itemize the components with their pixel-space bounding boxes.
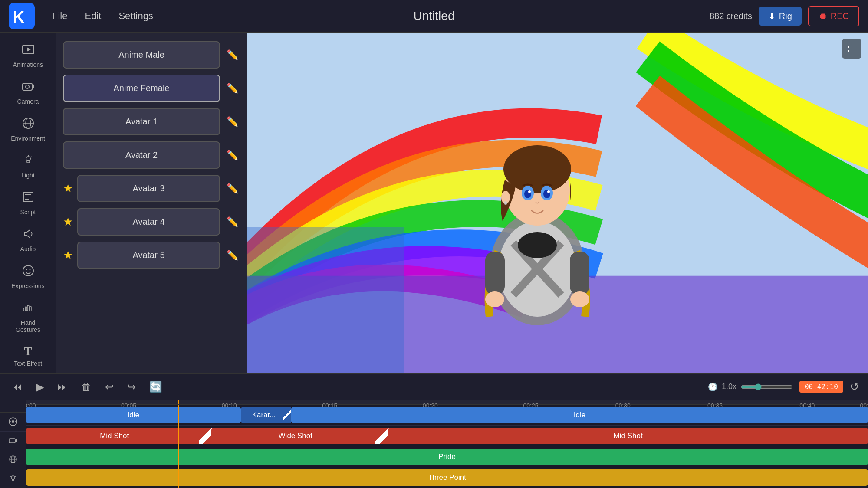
svg-marker-3 <box>27 47 31 52</box>
timeline-track-icons <box>0 400 26 488</box>
svg-rect-63 <box>12 479 14 481</box>
clip-pride[interactable]: Pride <box>26 449 868 465</box>
character-btn-anime-male[interactable]: Anime Male <box>63 41 220 69</box>
sidebar-hand-gestures-label: Hand Gestures <box>10 319 47 333</box>
menu-file[interactable]: File <box>52 10 67 22</box>
timeline-track-animation: Idle Karat... Idle <box>26 405 868 426</box>
timeline-tracks: Idle Karat... Idle <box>26 405 868 488</box>
character-figure <box>446 87 628 338</box>
svg-rect-10 <box>27 161 30 163</box>
rig-button[interactable]: ⬇ Rig <box>759 7 802 26</box>
clip-idle-2-label: Idle <box>574 411 585 419</box>
sidebar-item-text-effect[interactable]: T Text Effect <box>4 341 52 370</box>
sidebar-environment-label: Environment <box>11 135 45 142</box>
clip-idle-2[interactable]: Idle <box>291 407 868 423</box>
character-item-avatar-3: ★ Avatar 3 ✏️ <box>63 175 240 202</box>
sidebar-item-hand-gestures[interactable]: Hand Gestures <box>4 297 52 337</box>
character-btn-anime-female[interactable]: Anime Female <box>63 75 220 102</box>
loop-button[interactable]: 🔄 <box>146 379 166 395</box>
rec-label: REC <box>831 11 849 21</box>
svg-marker-18 <box>25 230 30 238</box>
redo-button[interactable]: ↪ <box>124 379 139 395</box>
char-edit-icon-avatar-4[interactable]: ✏️ <box>224 214 240 230</box>
menu-settings[interactable]: Settings <box>118 10 153 22</box>
sidebar-item-environment[interactable]: Environment <box>4 113 52 145</box>
character-btn-avatar-1[interactable]: Avatar 1 <box>63 108 220 135</box>
menu-edit[interactable]: Edit <box>85 10 101 22</box>
svg-point-62 <box>11 476 15 479</box>
undo-button[interactable]: ↩ <box>102 379 117 395</box>
char-edit-icon-anime-female[interactable]: ✏️ <box>224 81 240 96</box>
svg-point-5 <box>26 85 29 88</box>
char-edit-icon-avatar-5[interactable]: ✏️ <box>224 248 240 263</box>
script-icon <box>21 190 35 207</box>
sidebar-item-expressions[interactable]: Expressions <box>4 260 52 293</box>
svg-line-66 <box>10 476 11 477</box>
char-edit-icon-avatar-3[interactable]: ✏️ <box>224 181 240 197</box>
svg-rect-48 <box>570 252 589 295</box>
speed-control: 🕐 1.0x <box>708 382 793 392</box>
svg-rect-23 <box>27 305 29 311</box>
svg-line-65 <box>15 476 16 477</box>
sidebar-audio-label: Audio <box>20 246 36 252</box>
character-item-anime-male: Anime Male ✏️ <box>63 41 240 69</box>
rec-button[interactable]: ⏺ REC <box>808 6 859 26</box>
sidebar-text-effect-label: Text Effect <box>14 360 42 367</box>
char-edit-icon-avatar-1[interactable]: ✏️ <box>224 114 240 130</box>
text-effect-icon: T <box>24 344 32 358</box>
download-icon: ⬇ <box>768 11 776 21</box>
svg-point-46 <box>504 201 507 205</box>
char-edit-icon-avatar-2[interactable]: ✏️ <box>224 147 240 163</box>
clip-three-point[interactable]: Three Point <box>26 469 868 486</box>
sidebar-item-light[interactable]: Light <box>4 150 52 182</box>
light-icon <box>21 153 35 170</box>
rig-label: Rig <box>779 11 792 21</box>
svg-line-13 <box>25 157 25 157</box>
timeline-controls: ⏮ ▶ ⏭ 🗑 ↩ ↪ 🔄 🕐 1.0x 00:42:10 ↺ <box>0 374 868 400</box>
timeline-section: ⏮ ▶ ⏭ 🗑 ↩ ↪ 🔄 🕐 1.0x 00:42:10 ↺ <box>0 373 868 488</box>
clip-mid-shot-2[interactable]: Mid Shot <box>388 428 868 444</box>
track-icon-animation <box>0 413 26 432</box>
svg-point-20 <box>26 269 27 270</box>
main-content: Animations Camera Environment Light Scri… <box>0 33 868 373</box>
char-edit-icon-anime-male[interactable]: ✏️ <box>224 47 240 63</box>
speed-slider[interactable] <box>741 383 793 390</box>
go-to-start-button[interactable]: ⏮ <box>9 379 26 395</box>
clip-idle-1[interactable]: Idle <box>26 407 241 423</box>
go-to-end-button[interactable]: ⏭ <box>54 379 71 395</box>
star-icon-avatar-5[interactable]: ★ <box>63 249 73 262</box>
sidebar-script-label: Script <box>20 209 36 216</box>
character-item-avatar-1: Avatar 1 ✏️ <box>63 108 240 135</box>
clip-wide-shot[interactable]: Wide Shot <box>211 428 380 444</box>
sidebar-item-audio[interactable]: Audio <box>4 223 52 256</box>
expand-button[interactable] <box>842 39 861 59</box>
clip-mid-shot-1-label: Mid Shot <box>100 432 129 440</box>
timeline-track-camera: Mid Shot Wide Shot Mid Shot <box>26 426 868 446</box>
timeline-ruler: 00:00 00:05 00:10 00:15 00:20 00:25 00:3… <box>26 400 868 405</box>
menu-bar: File Edit Settings <box>52 10 710 22</box>
clip-mid-shot-1[interactable]: Mid Shot <box>26 428 203 444</box>
timeline-reset-button[interactable]: ↺ <box>850 380 859 393</box>
svg-point-36 <box>518 232 557 258</box>
star-icon-avatar-3[interactable]: ★ <box>63 182 73 195</box>
star-icon-avatar-4[interactable]: ★ <box>63 215 73 229</box>
clip-three-point-label: Three Point <box>428 473 466 482</box>
character-panel: Anime Male ✏️ Anime Female ✏️ Avatar 1 ✏… <box>56 33 247 373</box>
character-btn-avatar-2[interactable]: Avatar 2 <box>63 141 220 169</box>
delete-button[interactable]: 🗑 <box>78 379 95 395</box>
character-btn-avatar-4[interactable]: Avatar 4 <box>77 208 220 236</box>
clip-karat[interactable]: Karat... <box>241 407 287 423</box>
character-btn-avatar-5[interactable]: Avatar 5 <box>77 242 220 269</box>
character-btn-avatar-3[interactable]: Avatar 3 <box>77 175 220 202</box>
svg-point-9 <box>26 157 30 161</box>
play-button[interactable]: ▶ <box>33 379 47 395</box>
app-logo[interactable]: K <box>9 3 35 29</box>
svg-point-52 <box>12 420 14 423</box>
sidebar-item-camera[interactable]: Camera <box>4 76 52 108</box>
character-item-avatar-5: ★ Avatar 5 ✏️ <box>63 242 240 269</box>
character-item-anime-female: Anime Female ✏️ <box>63 75 240 102</box>
sidebar-item-script[interactable]: Script <box>4 187 52 219</box>
timeline-playhead <box>178 405 179 488</box>
svg-point-44 <box>547 190 550 193</box>
sidebar-item-animations[interactable]: Animations <box>4 39 52 72</box>
